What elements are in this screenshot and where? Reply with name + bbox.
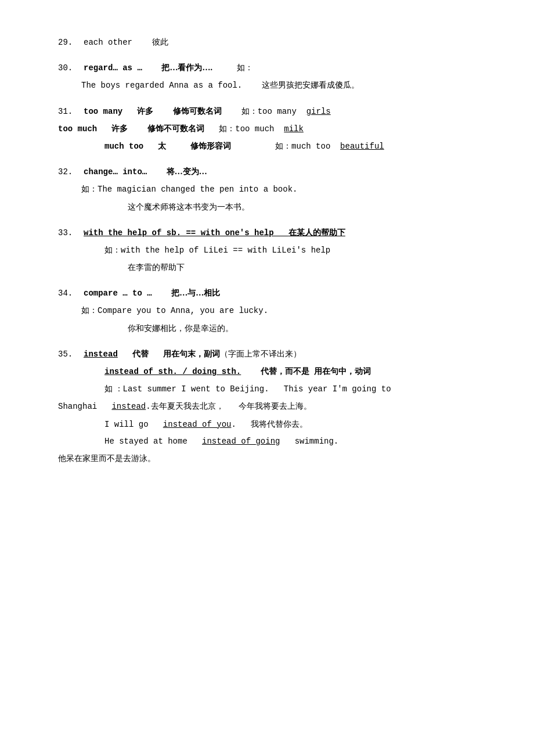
entry-34-example2: 你和安娜相比，你是幸运的。 xyxy=(128,321,488,336)
entry-number: 31. xyxy=(58,105,81,119)
entry-text: regard… as … 把…看作为…. 如： xyxy=(84,60,253,75)
entry-34-example1: 如：Compare you to Anna, you are lucky. xyxy=(81,303,488,318)
entry-32-line: 32. change… into… 将…变为… xyxy=(58,164,488,179)
entry-35-line1: 35. instead 代替 用在句末，副词（字面上常不译出来） xyxy=(58,347,488,362)
entry-text: too many 许多 修饰可数名词 如：too many girls xyxy=(84,104,331,119)
entry-text: too much 许多 修饰不可数名词 如：too much milk xyxy=(58,121,304,136)
entry-number: 32. xyxy=(58,165,81,179)
entry-33-example2: 在李雷的帮助下 xyxy=(128,260,488,275)
entry-35-example3: I will go instead of you. 我将代替你去。 xyxy=(104,417,488,432)
entry-33: 33. with the help of sb. == with one's h… xyxy=(58,225,488,276)
entry-33-example1: 如：with the help of LiLei == with LiLei's… xyxy=(104,243,488,258)
entry-31-line1: 31. too many 许多 修饰可数名词 如：too many girls xyxy=(58,104,488,119)
example-text: He stayed at home instead of going swimm… xyxy=(104,434,488,449)
entry-29-line: 29. each other 彼此 xyxy=(58,35,488,50)
entry-text: instead of sth. / doing sth. 代替，而不是 用在句中… xyxy=(104,364,488,379)
entry-34: 34. compare … to … 把…与…相比 如：Compare you … xyxy=(58,286,488,336)
entry-32-example1: 如：The magician changed the pen into a bo… xyxy=(81,182,488,197)
entry-35-example1: 如 ：Last summer I went to Beijing. This y… xyxy=(104,381,488,397)
entry-text: each other 彼此 xyxy=(84,35,168,50)
example-text: 如：Compare you to Anna, you are lucky. xyxy=(81,303,488,318)
entry-30-example: The boys regarded Anna as a fool. 这些男孩把安… xyxy=(81,78,488,93)
entry-31-line3: much too 太 修饰形容词 如：much too beautiful xyxy=(104,139,488,154)
entry-text: change… into… 将…变为… xyxy=(84,164,207,179)
entry-29: 29. each other 彼此 xyxy=(58,35,488,50)
example-text-chinese: 这个魔术师将这本书变为一本书。 xyxy=(128,200,488,215)
entry-text: compare … to … 把…与…相比 xyxy=(84,286,220,301)
entry-number: 33. xyxy=(58,226,81,240)
entry-32: 32. change… into… 将…变为… 如：The magician c… xyxy=(58,164,488,215)
entry-text: much too 太 修饰形容词 如：much too beautiful xyxy=(104,139,384,154)
entry-text: instead 代替 用在句末，副词（字面上常不译出来） xyxy=(84,347,301,362)
example-text: 如：The magician changed the pen into a bo… xyxy=(81,182,488,197)
entry-31-line2: too much 许多 修饰不可数名词 如：too much milk xyxy=(58,121,488,136)
example-text: The boys regarded Anna as a fool. 这些男孩把安… xyxy=(81,78,488,93)
example-text-chinese: 在李雷的帮助下 xyxy=(128,260,488,275)
example-text: 如：with the help of LiLei == with LiLei's… xyxy=(104,243,488,258)
entry-number: 30. xyxy=(58,61,81,75)
entry-number: 35. xyxy=(58,347,81,362)
entry-number: 29. xyxy=(58,35,81,50)
example-text: Shanghai instead.去年夏天我去北京， 今年我将要去上海。 xyxy=(58,399,488,414)
entry-text: with the help of sb. == with one's help … xyxy=(84,225,345,240)
example-text-chinese: 你和安娜相比，你是幸运的。 xyxy=(128,321,488,336)
example-text: 如 ：Last summer I went to Beijing. This y… xyxy=(104,381,488,397)
entry-35-example4: He stayed at home instead of going swimm… xyxy=(104,434,488,449)
entry-33-line: 33. with the help of sb. == with one's h… xyxy=(58,225,488,240)
document-content: 29. each other 彼此 30. regard… as … 把…看作为… xyxy=(58,35,488,466)
entry-34-line: 34. compare … to … 把…与…相比 xyxy=(58,286,488,301)
entry-32-example2: 这个魔术师将这本书变为一本书。 xyxy=(128,200,488,215)
entry-30: 30. regard… as … 把…看作为…. 如： The boys reg… xyxy=(58,60,488,93)
entry-35: 35. instead 代替 用在句末，副词（字面上常不译出来） instead… xyxy=(58,347,488,466)
example-text-chinese: 他呆在家里而不是去游泳。 xyxy=(58,451,488,466)
entry-30-line: 30. regard… as … 把…看作为…. 如： xyxy=(58,60,488,75)
entry-35-example2: Shanghai instead.去年夏天我去北京， 今年我将要去上海。 xyxy=(58,399,488,414)
example-text: I will go instead of you. 我将代替你去。 xyxy=(104,417,488,432)
entry-31: 31. too many 许多 修饰可数名词 如：too many girls … xyxy=(58,104,488,154)
entry-35-line2: instead of sth. / doing sth. 代替，而不是 用在句中… xyxy=(104,364,488,379)
entry-number: 34. xyxy=(58,286,81,301)
entry-35-example5: 他呆在家里而不是去游泳。 xyxy=(58,451,488,466)
